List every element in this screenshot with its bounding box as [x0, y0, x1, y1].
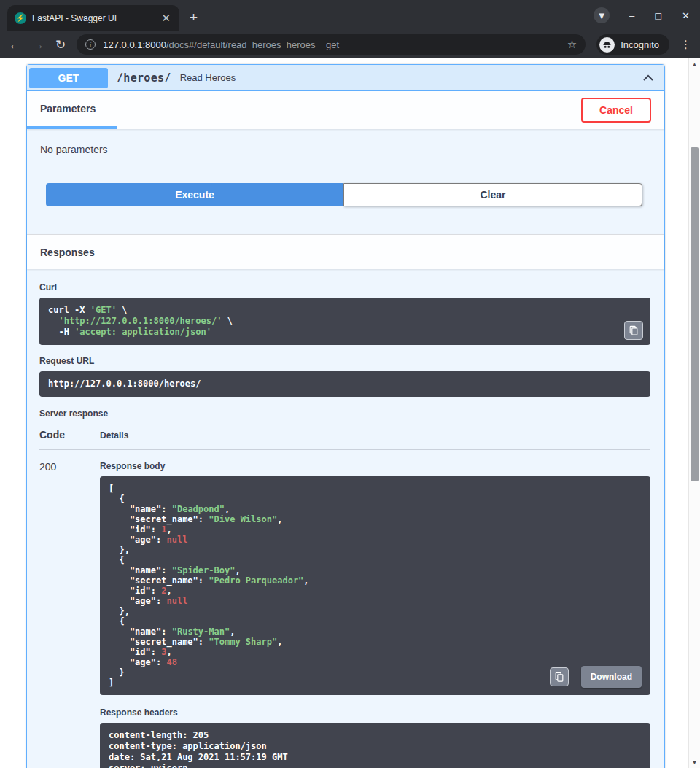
responses-body: Curl curl -X 'GET' \ 'http://127.0.0.1:8… — [27, 269, 664, 768]
incognito-icon — [599, 37, 615, 53]
url-text[interactable]: 127.0.0.1:8000/docs#/default/read_heroes… — [103, 39, 560, 50]
back-button[interactable]: ← — [9, 39, 21, 51]
operation-block: GET /heroes/ Read Heroes Parameters Canc… — [26, 64, 665, 768]
copy-to-clipboard-icon[interactable] — [624, 321, 643, 340]
tab-parameters: Parameters — [27, 91, 117, 129]
scroll-down-icon[interactable]: ▼ — [689, 756, 700, 768]
fastapi-favicon-icon: ⚡ — [15, 12, 26, 24]
reload-button[interactable]: ↻ — [55, 39, 66, 51]
minimize-button[interactable]: – — [629, 11, 634, 20]
execute-row: Execute Clear — [27, 183, 664, 222]
parameters-header: Parameters Cancel — [27, 91, 664, 129]
scrollbar-thumb[interactable] — [691, 147, 699, 481]
search-tabs-icon[interactable]: ▼ — [594, 7, 610, 23]
forward-button[interactable]: → — [32, 39, 44, 51]
url-path: /docs#/default/read_heroes_heroes__get — [166, 39, 339, 50]
new-tab-button[interactable]: + — [190, 10, 198, 24]
page-info-icon[interactable]: i — [85, 39, 96, 50]
browser-window: ⚡ FastAPI - Swagger UI ✕ + ▼ – ◻ ✕ ← → ↻… — [0, 0, 700, 58]
response-headers-text: content-length: 205content-type: applica… — [109, 730, 642, 768]
response-headers-block: content-length: 205content-type: applica… — [100, 723, 650, 768]
no-parameters-text: No parameters — [40, 144, 108, 155]
curl-command-text: curl -X 'GET' \ 'http://127.0.0.1:8000/h… — [48, 305, 642, 338]
parameters-body: No parameters — [27, 129, 664, 183]
incognito-label: Incognito — [621, 39, 659, 50]
request-url-label: Request URL — [39, 356, 650, 366]
status-code: 200 — [39, 461, 100, 768]
responses-title: Responses — [40, 247, 95, 258]
url-host: 127.0.0.1:8000 — [103, 39, 166, 50]
response-body-actions: Download — [550, 666, 642, 688]
responses-header: Responses — [27, 234, 664, 269]
response-details: Response body [ { "name": "Deadpond", "s… — [100, 461, 650, 768]
tab-strip: ⚡ FastAPI - Swagger UI ✕ + ▼ – ◻ ✕ — [0, 0, 700, 31]
url-bar[interactable]: i 127.0.0.1:8000/docs#/default/read_hero… — [77, 34, 586, 55]
response-body-block: [ { "name": "Deadpond", "secret_name": "… — [100, 476, 650, 695]
operation-summary: Read Heroes — [180, 72, 236, 83]
download-button[interactable]: Download — [581, 666, 642, 688]
close-button[interactable]: ✕ — [682, 11, 690, 20]
swagger-page: GET /heroes/ Read Heroes Parameters Canc… — [0, 58, 688, 768]
tab-close-icon[interactable]: ✕ — [160, 12, 172, 23]
browser-toolbar: ← → ↻ i 127.0.0.1:8000/docs#/default/rea… — [0, 31, 700, 58]
kebab-menu-icon[interactable]: ⋮ — [680, 38, 691, 51]
window-controls: ▼ – ◻ ✕ — [594, 0, 690, 31]
code-column-header: Code — [39, 429, 100, 441]
cancel-button[interactable]: Cancel — [581, 98, 651, 123]
page-scrollbar[interactable]: ▲ ▼ — [688, 58, 700, 768]
curl-label: Curl — [39, 282, 650, 292]
responses-table-header: Code Details — [39, 429, 650, 450]
maximize-button[interactable]: ◻ — [654, 11, 662, 20]
details-column-header: Details — [100, 430, 128, 441]
scroll-up-icon[interactable]: ▲ — [689, 58, 700, 70]
clear-button[interactable]: Clear — [343, 183, 642, 206]
method-badge: GET — [29, 68, 108, 88]
response-row: 200 Response body [ { "name": "Deadpond"… — [39, 450, 650, 768]
request-url-text: http://127.0.0.1:8000/heroes/ — [48, 379, 642, 389]
browser-tab[interactable]: ⚡ FastAPI - Swagger UI ✕ — [7, 5, 179, 31]
operation-summary-header[interactable]: GET /heroes/ Read Heroes — [27, 65, 664, 91]
tab-title: FastAPI - Swagger UI — [32, 13, 154, 23]
bookmark-star-icon[interactable]: ☆ — [567, 38, 577, 51]
collapse-chevron-icon[interactable] — [641, 71, 656, 85]
operation-path: /heroes/ — [117, 71, 171, 85]
incognito-badge: Incognito — [596, 34, 669, 55]
execute-button[interactable]: Execute — [46, 183, 343, 206]
server-response-label: Server response — [39, 408, 650, 419]
response-headers-label: Response headers — [100, 707, 650, 718]
response-body-json: [ { "name": "Deadpond", "secret_name": "… — [109, 484, 642, 688]
request-url-block: http://127.0.0.1:8000/heroes/ — [39, 371, 650, 397]
curl-command-block: curl -X 'GET' \ 'http://127.0.0.1:8000/h… — [39, 298, 650, 345]
response-body-label: Response body — [100, 461, 650, 471]
copy-to-clipboard-icon[interactable] — [550, 667, 569, 686]
